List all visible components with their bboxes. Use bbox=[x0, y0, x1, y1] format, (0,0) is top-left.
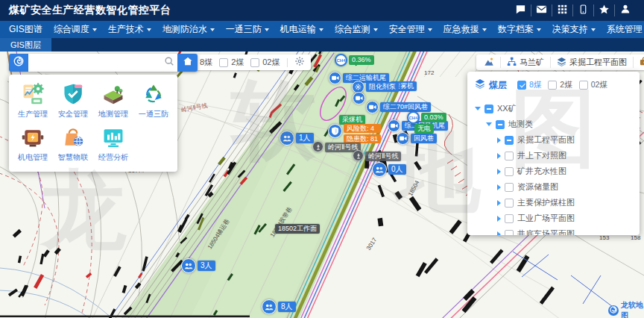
nav-item[interactable]: 应急救援 bbox=[443, 23, 487, 36]
tree-node-label: 矿井充水性图 bbox=[517, 166, 566, 177]
tree-node[interactable]: 主要保护煤柱图 bbox=[467, 195, 640, 211]
nav-item[interactable]: 系统管理 bbox=[607, 23, 644, 36]
tree-node[interactable]: 井上下对照图 bbox=[467, 148, 640, 163]
coal-option[interactable]: 2煤 bbox=[548, 80, 572, 90]
caret-icon[interactable] bbox=[497, 216, 501, 222]
app-item[interactable]: 安全管理 bbox=[53, 81, 93, 119]
user-icon bbox=[620, 4, 631, 17]
app-item[interactable]: 经营分析 bbox=[93, 125, 133, 163]
checkbox-icon[interactable] bbox=[505, 199, 514, 208]
nav-item[interactable]: 机电运输 bbox=[280, 23, 323, 36]
marker-person[interactable]: 1人 bbox=[280, 131, 314, 146]
caret-icon[interactable] bbox=[497, 200, 501, 206]
tree-node[interactable]: 资源储量图 bbox=[467, 179, 640, 195]
nav-item[interactable]: 生产技术 bbox=[108, 23, 151, 36]
home-button[interactable] bbox=[177, 54, 198, 72]
tree-node[interactable]: 采掘工程平面图 bbox=[467, 132, 640, 148]
people-icon bbox=[262, 299, 277, 314]
tree-node[interactable]: 工业广场平面图 bbox=[467, 211, 640, 226]
checkbox-icon[interactable] bbox=[505, 214, 514, 223]
nav-item[interactable]: 综合监测 bbox=[335, 23, 378, 36]
app-item-label: 生产管理 bbox=[18, 109, 48, 119]
header-icons bbox=[511, 4, 635, 16]
checkbox-icon[interactable] bbox=[505, 183, 514, 192]
marker-camera[interactable]: 回风巷 bbox=[397, 132, 437, 145]
checkbox-icon[interactable] bbox=[505, 230, 514, 236]
logo-button[interactable] bbox=[9, 54, 28, 72]
nav-item[interactable]: 一通三防 bbox=[226, 23, 269, 36]
nav-item-label: 综合调度 bbox=[54, 23, 89, 36]
toolbar-button[interactable]: 工具 bbox=[633, 57, 644, 68]
chevron-down-icon bbox=[537, 28, 541, 31]
settings-gear-icon[interactable] bbox=[294, 56, 305, 69]
camera-icon bbox=[353, 92, 365, 105]
marker-ch4[interactable]: CH40.36% bbox=[335, 54, 374, 66]
marker-person[interactable]: 0人 bbox=[372, 162, 406, 177]
nav-item[interactable]: 决策支持 bbox=[552, 23, 596, 36]
header-icon[interactable] bbox=[593, 4, 614, 16]
tree-node-label: XX矿 bbox=[497, 103, 517, 114]
nav-item-label: 安全管理 bbox=[389, 23, 425, 36]
tree-node[interactable]: XX矿 bbox=[467, 101, 640, 116]
marker-ch4[interactable]: CH40.03% bbox=[407, 111, 446, 124]
marker-camera[interactable] bbox=[353, 92, 365, 105]
nav-item-label: 生产技术 bbox=[108, 23, 144, 36]
production-icon bbox=[20, 81, 45, 107]
tree-node[interactable]: 地测类 bbox=[467, 116, 640, 132]
app-item-label: 机电管理 bbox=[18, 152, 48, 163]
nav-item[interactable]: GIS图谱 bbox=[9, 23, 42, 36]
coal-option[interactable]: 02煤 bbox=[579, 80, 607, 90]
nav-item[interactable]: 数字档案 bbox=[498, 23, 541, 36]
caret-icon[interactable] bbox=[497, 153, 501, 159]
checkbox-icon[interactable] bbox=[484, 105, 493, 113]
app-item[interactable]: 生产管理 bbox=[13, 81, 53, 119]
coal-option[interactable]: 8煤 bbox=[517, 80, 541, 90]
caret-icon[interactable] bbox=[497, 184, 501, 190]
checkbox-icon bbox=[517, 81, 526, 90]
checkbox-icon[interactable] bbox=[505, 136, 514, 145]
mine-icon bbox=[484, 57, 494, 69]
app-item[interactable]: 一通三防 bbox=[133, 81, 174, 119]
caret-icon[interactable] bbox=[497, 137, 501, 143]
marker-label: 8人 bbox=[278, 302, 296, 312]
header-icon[interactable] bbox=[552, 4, 572, 16]
camera-icon bbox=[388, 119, 400, 132]
app-item[interactable]: 智慧物联 bbox=[53, 125, 93, 163]
marker-person[interactable]: 3人 bbox=[181, 258, 215, 273]
nav-item[interactable]: 综合调度 bbox=[54, 23, 97, 36]
divider bbox=[287, 58, 288, 67]
mine-view-button[interactable] bbox=[478, 57, 500, 68]
tree-node[interactable]: 井底车场平面图 bbox=[467, 226, 640, 235]
caret-icon[interactable] bbox=[475, 107, 481, 110]
layer-tree-panel: 煤层 8煤 2煤 02煤 XX矿 地测类 bbox=[467, 72, 640, 235]
app-item[interactable]: 地测管理 bbox=[93, 81, 133, 119]
app-item-label: 经营分析 bbox=[98, 152, 128, 163]
marker-person[interactable]: 8人 bbox=[262, 299, 296, 314]
marker-greenlabel[interactable]: 无电 bbox=[414, 124, 434, 134]
tab-gis-layers[interactable]: GIS图层 bbox=[0, 38, 51, 52]
nav-item[interactable]: 地测防治水 bbox=[162, 23, 215, 36]
header-icon[interactable] bbox=[531, 4, 552, 16]
chevron-down-icon bbox=[591, 28, 596, 31]
coal-option[interactable]: 02煤 bbox=[250, 57, 280, 68]
search-icon[interactable] bbox=[161, 54, 177, 72]
nav-item[interactable]: 安全管理 bbox=[389, 23, 432, 36]
marker-linelabel[interactable]: 岭河Ⅱ号线 bbox=[353, 150, 401, 161]
header-icon[interactable] bbox=[511, 4, 531, 16]
toolbar-button[interactable]: 马兰矿 bbox=[500, 57, 550, 68]
checkbox-icon[interactable] bbox=[496, 120, 505, 129]
coal-option[interactable]: 2煤 bbox=[219, 57, 244, 68]
checkbox-icon[interactable] bbox=[505, 167, 514, 176]
caret-icon[interactable] bbox=[497, 169, 501, 175]
app-item[interactable]: 机电管理 bbox=[13, 125, 53, 163]
checkbox-icon[interactable] bbox=[505, 152, 514, 160]
ventilation-icon bbox=[141, 81, 166, 107]
tree-node[interactable]: 矿井充水性图 bbox=[467, 163, 640, 179]
caret-icon[interactable] bbox=[497, 231, 501, 236]
layer-panel-header: 煤层 8煤 2煤 02煤 bbox=[467, 78, 640, 97]
caret-icon[interactable] bbox=[486, 122, 492, 126]
toolbar-button[interactable]: 采掘工程平面图 bbox=[550, 57, 633, 68]
search-input[interactable] bbox=[28, 54, 161, 72]
header-icon[interactable] bbox=[614, 4, 635, 16]
header-icon[interactable] bbox=[572, 4, 593, 16]
